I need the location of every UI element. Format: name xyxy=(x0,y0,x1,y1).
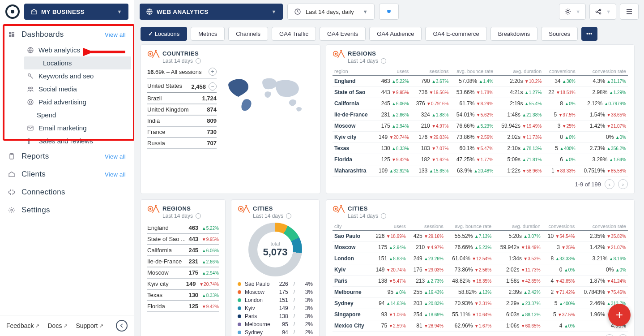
app-logo xyxy=(5,4,20,19)
country-row[interactable]: France730 xyxy=(147,127,217,138)
legend-item: Kyiv149/3% xyxy=(238,304,313,312)
dashboards-view-all[interactable]: View all xyxy=(105,31,126,38)
tab-metrics[interactable]: Metrics xyxy=(191,27,225,41)
pager-prev[interactable]: ‹ xyxy=(605,179,614,189)
pager-next[interactable]: › xyxy=(618,179,628,189)
table-row[interactable]: Mexico City75 ▼2.59%81 ▼28.94%62.96% ▼1.… xyxy=(333,320,628,332)
sidebar-item-locations[interactable]: Locations xyxy=(24,56,131,69)
pager-text: 1-9 of 199 xyxy=(575,181,601,188)
tab-locations[interactable]: Locations xyxy=(141,27,187,41)
toolbar-menu-button[interactable] xyxy=(620,4,639,20)
table-row[interactable]: Melbourne95 ▲0%255 ▲16.43%58.82% ▲13%2:3… xyxy=(333,287,628,298)
panel-regions-table: ⦿╱╲ REGIONS Last 14 days regionuserssess… xyxy=(326,44,635,194)
list-item[interactable]: State of Sao ...443 ▼9.95% xyxy=(147,234,219,245)
sidebar-item-sales[interactable]: Sales and reviews xyxy=(21,134,134,147)
table-row[interactable]: Kyiv city149 ▼20.74%176 ▼29.03%73.86% ▼2… xyxy=(333,132,628,143)
chevron-down-icon: ▼ xyxy=(117,9,122,14)
clients-view-all[interactable]: View all xyxy=(105,171,126,178)
nav-connections[interactable]: Connections xyxy=(0,183,134,201)
sidebar-item-keywords[interactable]: Keywords and seo xyxy=(21,69,134,82)
country-row[interactable]: Russia707 xyxy=(147,138,217,149)
table-row[interactable]: Singapore93 ▼1.06%254 ▲18.69%55.11% ▼10.… xyxy=(333,309,628,320)
table-row[interactable]: Ile-de-France231 ▲2.66%324 ▲1.88%54.01% … xyxy=(333,109,628,121)
tabs: LocationsMetricsChannelsGA4 TrafficGA4 E… xyxy=(134,23,644,44)
reports-view-all[interactable]: View all xyxy=(105,153,126,160)
sidebar-item-social[interactable]: Social media xyxy=(21,82,134,95)
table-row[interactable]: Texas130 ▲8.33%183 ▼7.07%60.1% ▼5.47%2:1… xyxy=(333,143,628,154)
country-row[interactable]: United States2,458− xyxy=(147,81,217,93)
eye-icon xyxy=(196,58,201,64)
list-item[interactable]: Moscow175 ▲2.94% xyxy=(147,267,219,279)
footer-feedback[interactable]: Feedback ↗ xyxy=(6,322,39,329)
tab-ga4-events[interactable]: GA4 Events xyxy=(320,27,366,41)
table-row[interactable]: Florida125 ▼9.42%182 ▼1.62%47.25% ▼1.77%… xyxy=(333,154,628,165)
pager-next[interactable]: › xyxy=(618,334,628,336)
table-row[interactable]: England463 ▲5.22%790 ▲3.67%57.08% ▲1.4%2… xyxy=(333,75,628,87)
table-row[interactable]: Maharashtra109 ▲32.92%133 ▲15.65%63.9% ▲… xyxy=(333,165,628,177)
svg-point-8 xyxy=(28,87,30,89)
tab-channels[interactable]: Channels xyxy=(228,27,268,41)
footer-support[interactable]: Support ↗ xyxy=(76,322,103,329)
legend-item: Sydney94/2% xyxy=(238,328,313,336)
business-selector[interactable]: MY BUSINESS ▼ xyxy=(24,4,128,20)
country-row[interactable]: United Kingdom874 xyxy=(147,104,217,116)
table-row[interactable]: State of Sao443 ▼9.95%736 ▼19.56%53.66% … xyxy=(333,87,628,98)
svg-rect-5 xyxy=(9,35,11,37)
sidebar-item-paid[interactable]: Paid advertising xyxy=(21,95,134,108)
toolbar-theme-button[interactable]: ▼ xyxy=(559,4,586,20)
footer-docs[interactable]: Docs ↗ xyxy=(47,322,68,329)
sidebar-item-spend[interactable]: Spend xyxy=(21,108,134,121)
country-row[interactable]: India809 xyxy=(147,116,217,127)
toolbar-share-button[interactable]: ▼ xyxy=(589,4,616,20)
table-row[interactable]: London151 ▲8.63%249 ▲23.26%61.04% ▼12.54… xyxy=(333,253,628,264)
list-item[interactable]: California245 ▲6.06% xyxy=(147,245,219,256)
chevron-down-icon: ▼ xyxy=(363,9,368,14)
nav-clients[interactable]: Clients View all xyxy=(0,165,134,183)
table-row[interactable]: California245 ▲6.06%376 ▼0.7916%61.7% ▼8… xyxy=(333,98,628,109)
list-item[interactable]: Texas130 ▲8.33% xyxy=(147,290,219,301)
list-item[interactable]: Kyiv city149 ▼20.74% xyxy=(147,279,219,290)
tab-ga4-traffic[interactable]: GA4 Traffic xyxy=(272,27,316,41)
annotation-arrow xyxy=(83,46,128,58)
tab-breakdowns[interactable]: Breakdowns xyxy=(490,27,538,41)
nav-dashboards[interactable]: Dashboards View all xyxy=(0,26,134,43)
eye-icon xyxy=(381,58,386,64)
legend-item: Melbourne95/2% xyxy=(238,320,313,328)
svg-rect-3 xyxy=(12,32,14,33)
table-row[interactable]: Moscow175 ▲2.94%210 ▼4.97%76.66% ▲5.23%5… xyxy=(333,121,628,132)
svg-point-9 xyxy=(31,87,33,89)
expand-button[interactable]: + xyxy=(209,68,217,76)
dashboard-selector[interactable]: WEB ANALYTICS ▼ xyxy=(140,4,283,20)
table-row[interactable]: Paris138 ▼5.47%213 ▲2.73%48.82% ▼18.35%1… xyxy=(333,276,628,287)
table-row[interactable]: Sydney94 ▲14.63%203 ▲20.83%70.93% ▼2.31%… xyxy=(333,298,628,309)
table-row[interactable]: Moscow175 ▲2.94%210 ▼4.97%76.66% ▲5.23%5… xyxy=(333,242,628,253)
svg-point-17 xyxy=(567,10,569,13)
trend-icon: ⦿╱╲ xyxy=(333,50,343,57)
panel-countries: ⦿╱╲ COUNTRIES Last 14 days 16.69k – All … xyxy=(141,44,320,194)
panel-title: COUNTRIES xyxy=(162,50,201,57)
list-item[interactable]: England463 ▲5.22% xyxy=(147,223,219,234)
list-item[interactable]: Ile-de-France231 ▲2.66% xyxy=(147,256,219,267)
collapse-sidebar-button[interactable] xyxy=(116,320,128,332)
nav-reports[interactable]: Reports View all xyxy=(0,147,134,165)
svg-point-7 xyxy=(28,73,30,76)
trend-icon: ⦿╱╲ xyxy=(147,50,158,57)
tab-ga4-e-commerce[interactable]: GA4 E-commerce xyxy=(425,27,486,41)
list-item[interactable]: Florida125 ▼9.42% xyxy=(147,301,219,312)
date-range-selector[interactable]: Last 14 days, daily ▼ xyxy=(287,4,375,20)
table-row[interactable]: Sao Paulo226 ▼18.99%425 ▼29.16%55.52% ▲7… xyxy=(333,230,628,242)
pager-prev[interactable]: ‹ xyxy=(605,334,614,336)
tab-sources[interactable]: Sources xyxy=(541,27,578,41)
table-row[interactable]: Kyiv149 ▼20.74%176 ▼29.03%73.86% ▼2.56%2… xyxy=(333,264,628,276)
connections-button[interactable] xyxy=(379,4,399,20)
fab-add-button[interactable]: + xyxy=(608,304,631,326)
legend-item: Paris138/3% xyxy=(238,312,313,320)
svg-rect-4 xyxy=(12,34,14,37)
chevron-down-icon: ▼ xyxy=(272,9,277,14)
nav-settings[interactable]: Settings xyxy=(0,201,134,219)
sidebar-item-email[interactable]: Email marketing xyxy=(21,121,134,134)
tab-more[interactable]: ••• xyxy=(581,27,597,41)
tab-ga4-audience[interactable]: GA4 Audience xyxy=(369,27,422,41)
country-row[interactable]: Brazil1,724 xyxy=(147,93,217,104)
legend-item: Moscow175/3% xyxy=(238,288,313,296)
